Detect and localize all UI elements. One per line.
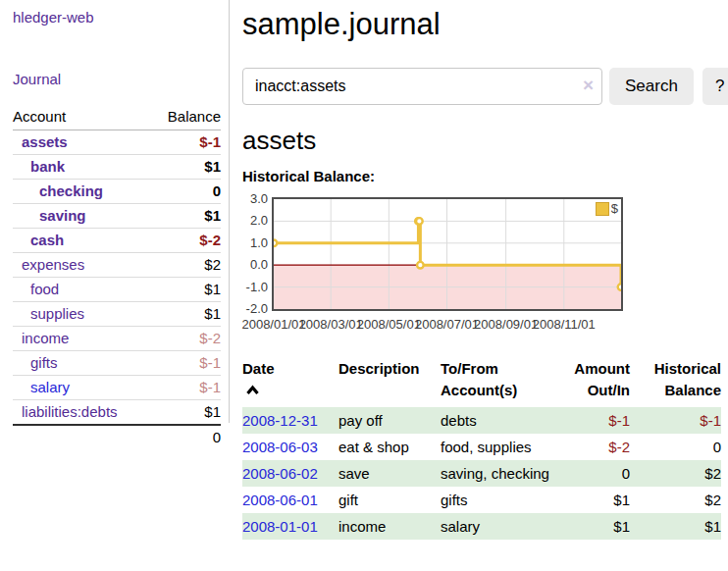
app-title-link[interactable]: hledger-web <box>13 9 221 26</box>
transaction-row: 2008-06-01giftgifts$1$2 <box>242 487 721 513</box>
register-header-description: Description <box>338 356 441 407</box>
transaction-amount: $1 <box>556 513 630 540</box>
account-link[interactable]: liabilities:debts <box>22 403 118 420</box>
clear-search-icon[interactable]: × <box>583 75 594 96</box>
help-button[interactable]: ? <box>702 68 728 105</box>
account-row-supplies: supplies$1 <box>13 302 221 327</box>
account-link[interactable]: bank <box>30 158 65 175</box>
transaction-date-link[interactable]: 2008-06-01 <box>242 492 318 508</box>
x-axis-tick-label: 2008/11/01 <box>530 317 598 332</box>
transaction-row: 2008-01-01incomesalary$1$1 <box>242 513 721 540</box>
search-input[interactable] <box>242 68 602 105</box>
account-balance: 0 <box>151 180 222 204</box>
sidebar-item-journal[interactable]: Journal <box>13 71 221 87</box>
transaction-amount: $1 <box>556 487 630 513</box>
account-link[interactable]: saving <box>39 207 86 224</box>
transaction-date-cell: 2008-01-01 <box>242 513 338 540</box>
account-balance: $1 <box>151 278 222 302</box>
account-row-gifts: gifts$-1 <box>13 351 221 376</box>
account-link[interactable]: salary <box>30 379 70 395</box>
account-balance: $1 <box>151 400 222 426</box>
transaction-balance: $2 <box>630 460 721 487</box>
transaction-date-link[interactable]: 2008-12-31 <box>242 412 318 429</box>
page-title: sample.journal <box>242 6 721 43</box>
account-balance: $1 <box>151 204 222 229</box>
y-axis-tick-label: 3.0 <box>242 191 268 207</box>
account-balance: $-1 <box>151 376 222 400</box>
y-axis-tick-label: -1.0 <box>242 280 268 295</box>
transaction-balance: 0 <box>630 434 721 460</box>
chart-canvas <box>274 199 621 309</box>
legend-swatch-icon <box>596 202 609 216</box>
register-header-amount: Amount Out/In <box>556 356 630 407</box>
transaction-row: 2008-06-03eat & shopfood, supplies$-20 <box>242 434 721 460</box>
transaction-balance: $1 <box>630 513 721 540</box>
transaction-date-cell: 2008-12-31 <box>242 407 338 434</box>
account-row-salary: salary$-1 <box>13 376 221 400</box>
transaction-amount: $-2 <box>556 434 630 460</box>
transaction-amount: $-1 <box>556 407 630 434</box>
transaction-description: pay off <box>338 407 441 434</box>
account-link[interactable]: supplies <box>30 305 84 322</box>
y-axis-tick-label: 2.0 <box>242 213 268 229</box>
transaction-amount: 0 <box>556 460 630 487</box>
account-balance: $2 <box>151 253 222 278</box>
account-link[interactable]: food <box>30 281 59 297</box>
transaction-accounts: food, supplies <box>441 434 556 460</box>
account-link[interactable]: cash <box>30 232 64 248</box>
account-row-saving: saving$1 <box>13 204 221 229</box>
transaction-accounts: saving, checking <box>441 460 556 487</box>
search-button[interactable]: Search <box>609 68 694 105</box>
transaction-date-link[interactable]: 2008-01-01 <box>242 518 318 535</box>
register-header-row: Date Description To/From Account(s) Amou… <box>242 356 721 407</box>
sidebar: hledger-web Journal Account Balance asse… <box>13 0 221 449</box>
main-content: sample.journal × Search ? assets Histori… <box>242 0 721 540</box>
y-axis-tick-label: -2.0 <box>242 301 268 317</box>
account-link[interactable]: assets <box>22 133 68 150</box>
transaction-date-link[interactable]: 2008-06-02 <box>242 465 318 482</box>
transaction-accounts: gifts <box>441 487 556 513</box>
account-balance: $-1 <box>151 130 222 155</box>
account-link[interactable]: checking <box>39 182 103 199</box>
y-axis-tick-label: 1.0 <box>242 235 268 251</box>
transaction-description: gift <box>338 487 441 513</box>
hledger-web-page: { "app": { "title": "hledger-web" }, "co… <box>0 0 728 571</box>
chart-plot-area: $ <box>272 197 623 311</box>
account-row-income: income$-2 <box>13 327 221 351</box>
transaction-date-cell: 2008-06-03 <box>242 434 338 460</box>
chart-title-label: Historical Balance: <box>242 168 721 184</box>
accounts-header-row: Account Balance <box>13 106 221 130</box>
accounts-table: Account Balance assets$-1bank$1checking0… <box>13 106 221 449</box>
transaction-description: income <box>338 513 441 540</box>
register-header-balance: Historical Balance <box>630 356 721 407</box>
accounts-total-spacer <box>13 425 151 449</box>
chart-legend: $ <box>596 201 618 216</box>
account-link[interactable]: gifts <box>30 354 58 371</box>
account-link[interactable]: income <box>22 330 69 346</box>
account-balance: $1 <box>151 155 222 180</box>
transaction-accounts: debts <box>441 407 556 434</box>
transaction-description: eat & shop <box>338 434 441 460</box>
sidebar-divider <box>229 0 230 423</box>
transaction-description: save <box>338 460 441 487</box>
account-row-expenses: expenses$2 <box>13 253 221 278</box>
account-row-cash: cash$-2 <box>13 229 221 253</box>
date-header-label: Date <box>242 358 338 380</box>
account-link[interactable]: expenses <box>22 256 84 273</box>
search-form: × Search ? <box>242 68 721 105</box>
account-balance: $-2 <box>151 229 222 253</box>
search-box: × <box>242 68 602 105</box>
account-row-liabilities-debts: liabilities:debts$1 <box>13 400 221 426</box>
transaction-date-link[interactable]: 2008-06-03 <box>242 439 318 455</box>
accounts-total-row: 0 <box>13 425 221 449</box>
account-balance: $-2 <box>151 327 222 351</box>
transaction-date-cell: 2008-06-01 <box>242 487 338 513</box>
account-row-assets: assets$-1 <box>13 130 221 155</box>
accounts-header-balance: Balance <box>151 106 222 130</box>
register-header-date[interactable]: Date <box>242 356 338 407</box>
account-balance: $-1 <box>151 351 222 376</box>
sort-ascending-icon <box>245 385 260 395</box>
accounts-total-value: 0 <box>151 425 222 449</box>
account-row-bank: bank$1 <box>13 155 221 180</box>
transaction-row: 2008-06-02savesaving, checking0$2 <box>242 460 721 487</box>
